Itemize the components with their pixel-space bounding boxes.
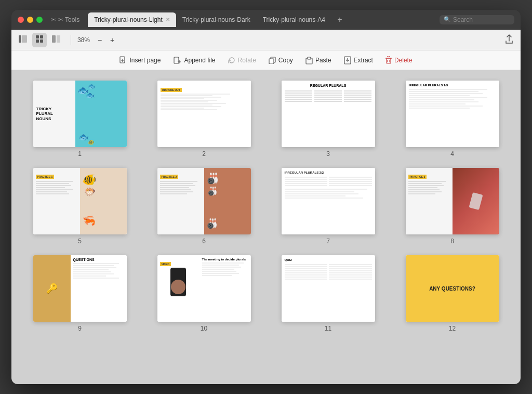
page-item-8: PRACTICE 3 — [394, 168, 510, 245]
sidebar-icon — [19, 35, 27, 44]
append-file-button[interactable]: Append file — [168, 54, 220, 67]
page-thumb-5[interactable]: PRACTICE 1 🐠 🐡 🦐 — [33, 168, 127, 234]
page11-cols — [285, 263, 372, 281]
tab-tricky-light[interactable]: Tricky-plural-nouns-Light ✕ — [88, 12, 176, 27]
app-window: ✂ ✂ Tools Tricky-plural-nouns-Light ✕ Tr… — [11, 10, 521, 384]
tools-label-text: ✂ Tools — [58, 16, 79, 23]
page6-left: PRACTICE 2 — [157, 168, 204, 234]
svg-rect-17 — [308, 57, 311, 59]
page4-title: IRREGULAR PLURALS 1/3 — [409, 84, 496, 87]
page1-left-panel: TRICKYPLURALNOUNS — [33, 81, 75, 147]
paste-button[interactable]: Paste — [300, 54, 337, 67]
page-number-12: 12 — [449, 325, 456, 332]
zoom-level-label[interactable]: 38% — [74, 35, 93, 45]
page-thumb-12[interactable]: ANY QUESTIONS? — [406, 255, 499, 322]
page9-right: QUESTIONS — [71, 255, 127, 322]
page-thumb-2[interactable]: ODD ONE OUT — [157, 81, 251, 147]
page1-title: TRICKYPLURALNOUNS — [36, 107, 72, 122]
tab-close-light[interactable]: ✕ — [166, 17, 170, 22]
page-content-7: IRREGULAR PLURALS 2/2 — [282, 168, 375, 234]
tools-menu[interactable]: ✂ ✂ Tools — [51, 16, 79, 23]
page-number-9: 9 — [78, 325, 82, 332]
page-content-1: TRICKYPLURALNOUNS 🐟 🐟 🐟 🐟 🐠 — [33, 81, 127, 147]
page-thumb-11[interactable]: QUIZ — [282, 255, 375, 322]
page-content-12: ANY QUESTIONS? — [406, 255, 499, 322]
minimize-button[interactable] — [27, 17, 33, 23]
fullscreen-button[interactable] — [36, 17, 43, 23]
tab-tricky-dark[interactable]: Tricky-plural-nouns-Dark — [176, 12, 257, 27]
svg-rect-5 — [40, 40, 43, 43]
sidebar-toggle-button[interactable] — [16, 33, 30, 47]
page-content-9: 🔑 QUESTIONS — [33, 255, 127, 322]
search-icon: 🔍 — [444, 16, 451, 23]
tab-add-button[interactable]: + — [334, 14, 346, 26]
page-content-5: PRACTICE 1 🐠 🐡 🦐 — [33, 168, 127, 234]
page-number-3: 3 — [326, 150, 330, 157]
page-thumb-10[interactable]: VIDEO The meeting to decide plurals — [157, 255, 251, 322]
copy-button[interactable]: Copy — [263, 55, 298, 66]
insert-page-button[interactable]: Insert page — [114, 54, 166, 67]
page-thumb-3[interactable]: REGULAR PLURALS — [282, 81, 375, 147]
page9-left: 🔑 — [33, 255, 71, 322]
page-content-3: REGULAR PLURALS — [282, 81, 375, 147]
page-content-11: QUIZ — [282, 255, 375, 322]
page-number-10: 10 — [201, 325, 207, 332]
extract-button[interactable]: Extract — [339, 54, 378, 67]
page-content-6: PRACTICE 2 🎳 🎳 — [157, 168, 251, 234]
page-thumb-7[interactable]: IRREGULAR PLURALS 2/2 — [282, 168, 375, 234]
share-icon — [505, 34, 513, 45]
toolbar-divider-1 — [71, 35, 71, 45]
svg-rect-3 — [40, 35, 43, 38]
rotate-icon — [228, 57, 235, 64]
svg-rect-20 — [387, 58, 391, 63]
traffic-lights — [18, 17, 43, 23]
page-number-7: 7 — [326, 238, 330, 245]
page9-title: QUESTIONS — [73, 258, 124, 261]
close-button[interactable] — [18, 17, 24, 23]
page-item-7: IRREGULAR PLURALS 2/2 — [270, 168, 386, 245]
page-number-2: 2 — [202, 150, 206, 157]
toolbar-left — [16, 33, 63, 47]
paste-icon — [305, 56, 313, 64]
page10-phone — [170, 268, 186, 296]
search-input[interactable] — [453, 16, 510, 23]
page6-right: 🎳 🎳 🎳 — [204, 168, 251, 234]
grid-view-button[interactable] — [32, 33, 47, 47]
share-button[interactable] — [502, 33, 516, 47]
page-item-2: ODD ONE OUT 2 — [146, 81, 262, 157]
delete-label: Delete — [394, 57, 413, 64]
rotate-button[interactable]: Rotate — [223, 55, 261, 66]
zoom-in-button[interactable]: + — [107, 34, 118, 46]
pages-grid: TRICKYPLURALNOUNS 🐟 🐟 🐟 🐟 🐠 1 — [22, 81, 510, 332]
scissors-icon: ✂ — [51, 16, 56, 23]
page9-illustration: 🔑 — [33, 255, 71, 322]
append-file-label: Append file — [184, 57, 215, 64]
svg-rect-1 — [22, 35, 27, 43]
panel-view-button[interactable] — [49, 33, 63, 47]
page10-right: The meeting to decide plurals — [200, 255, 251, 322]
tab-tricky-a4[interactable]: Tricky-plural-nouns-A4 — [257, 12, 331, 27]
page-number-4: 4 — [450, 150, 454, 157]
page1-right-panel: 🐟 🐟 🐟 🐟 🐠 — [75, 81, 127, 147]
page2-tag: ODD ONE OUT — [161, 88, 182, 92]
delete-button[interactable]: Delete — [380, 54, 418, 67]
copy-icon — [269, 57, 276, 64]
page-number-11: 11 — [325, 325, 331, 332]
main-content: TRICKYPLURALNOUNS 🐟 🐟 🐟 🐟 🐠 1 — [11, 70, 521, 384]
fish5-icon: 🐠 — [88, 139, 94, 145]
page-thumb-6[interactable]: PRACTICE 2 🎳 🎳 — [157, 168, 251, 234]
page-item-4: IRREGULAR PLURALS 1/3 4 — [394, 81, 510, 157]
copy-label: Copy — [278, 57, 293, 64]
page-thumb-1[interactable]: TRICKYPLURALNOUNS 🐟 🐟 🐟 🐟 🐠 — [33, 81, 127, 147]
search-box[interactable]: 🔍 — [440, 15, 514, 24]
page-thumb-8[interactable]: PRACTICE 3 — [406, 168, 499, 234]
page-item-1: TRICKYPLURALNOUNS 🐟 🐟 🐟 🐟 🐠 1 — [22, 81, 138, 157]
page7-cols — [285, 176, 372, 187]
page-content-4: IRREGULAR PLURALS 1/3 — [406, 81, 499, 147]
page-thumb-9[interactable]: 🔑 QUESTIONS — [33, 255, 127, 322]
zoom-out-button[interactable]: − — [94, 34, 105, 46]
grid-icon — [36, 35, 43, 44]
page-thumb-4[interactable]: IRREGULAR PLURALS 1/3 — [406, 81, 499, 147]
page-number-1: 1 — [78, 150, 82, 157]
page5-tag: PRACTICE 1 — [36, 175, 55, 179]
